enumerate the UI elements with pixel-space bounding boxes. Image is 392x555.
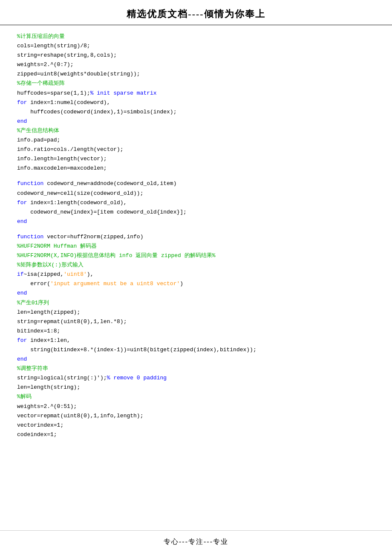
code-line-8: for index=1:numel(codeword), bbox=[17, 98, 375, 107]
comment-line-huff3: %矩阵参数以X(:)形式输入 bbox=[17, 260, 375, 270]
spacer-2 bbox=[17, 226, 375, 232]
spacer-1 bbox=[17, 173, 375, 179]
code-content: %计算压缩后的向量 cols=length(string)/8; string=… bbox=[0, 32, 392, 530]
code-line-17: codeword_new{index}=[item codeword_old{i… bbox=[17, 208, 375, 217]
code-line-28: codeindex=1; bbox=[17, 430, 375, 439]
code-line-4: weights=2.^(0:7); bbox=[17, 60, 375, 69]
code-line-13: info.length=length(vector); bbox=[17, 154, 375, 164]
comment-line-decode: %解码 bbox=[17, 392, 375, 402]
code-line-end4: end bbox=[17, 355, 375, 364]
code-line-22: string(bitindex+8.*(index-1))=uint8(bitg… bbox=[17, 345, 375, 355]
code-line-end2: end bbox=[17, 217, 375, 226]
comment-line-1: %计算压缩后的向量 bbox=[17, 32, 375, 41]
code-line-18: len=length(zipped); bbox=[17, 308, 375, 317]
code-line-9: huffcodes(codeword(index),1)=simbols(ind… bbox=[17, 107, 375, 117]
if-line: if~isa(zipped,'uint8'), bbox=[17, 270, 375, 279]
code-line-19: string=repmat(uint8(0),1,len.*8); bbox=[17, 317, 375, 327]
footer-text: 专心---专注---专业 bbox=[164, 538, 228, 545]
code-line-23: string=logical(string(:)');% remove 0 pa… bbox=[17, 373, 375, 383]
comment-line-01: %产生01序列 bbox=[17, 298, 375, 308]
code-line-11: info.pad=pad; bbox=[17, 136, 375, 145]
code-block: %计算压缩后的向量 cols=length(string)/8; string=… bbox=[17, 32, 375, 439]
comment-line-adj: %调整字符串 bbox=[17, 364, 375, 373]
code-line-26: vector=repmat(uint8(0),1,info,length); bbox=[17, 411, 375, 421]
comment-line-6: %存储一个稀疏矩阵 bbox=[17, 79, 375, 88]
comment-line-10: %产生信息结构体 bbox=[17, 126, 375, 136]
code-line-14: info.maxcodelen=maxcodelen; bbox=[17, 164, 375, 173]
code-line-25: weights=2.^(0:51); bbox=[17, 402, 375, 411]
code-line-24: len=length(string); bbox=[17, 383, 375, 392]
page-title: 精选优质文档----倾情为你奉上 bbox=[127, 9, 265, 19]
code-line-2: cols=length(string)/8; bbox=[17, 41, 375, 51]
code-line-7: huffcodes=sparse(1,1);% init sparse matr… bbox=[17, 89, 375, 98]
code-line-20: bitindex=1:8; bbox=[17, 327, 375, 336]
function-line-1: function codeword_new=addnode(codeword_o… bbox=[17, 179, 375, 188]
comment-line-huff2: %HUFF2NORM(X,INFO)根据信息体结构 info 返回向量 zipp… bbox=[17, 251, 375, 260]
page-footer: 专心---专注---专业 bbox=[0, 530, 392, 555]
page-header: 精选优质文档----倾情为你奉上 bbox=[0, 0, 392, 25]
code-line-end1: end bbox=[17, 117, 375, 126]
comment-line-huff1: %HUFF2NORM Huffman 解码器 bbox=[17, 242, 375, 251]
code-line-21: for index+1:len, bbox=[17, 336, 375, 345]
code-line-27: vectorindex=1; bbox=[17, 421, 375, 430]
code-line-end3: end bbox=[17, 289, 375, 298]
page: 精选优质文档----倾情为你奉上 %计算压缩后的向量 cols=length(s… bbox=[0, 0, 392, 555]
error-line: error('input argument must be a uint8 ve… bbox=[17, 279, 375, 289]
code-line-5: zipped=uint8(weights*double(string)); bbox=[17, 69, 375, 79]
code-line-3: string=reshape(string,8,cols); bbox=[17, 51, 375, 60]
code-line-16: for index=1:length(codeword_old), bbox=[17, 198, 375, 208]
code-line-12: info.ratio=cols./length(vector); bbox=[17, 145, 375, 154]
code-line-15: codeword_new=cell(size(codeword_old)); bbox=[17, 189, 375, 198]
function-line-2: function vector=huff2norm(zipped,info) bbox=[17, 232, 375, 242]
